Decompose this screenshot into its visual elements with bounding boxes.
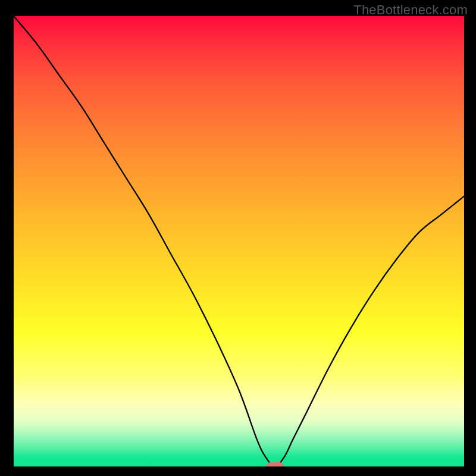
bottleneck-curve	[14, 16, 464, 466]
chart-frame: TheBottleneck.com	[0, 0, 476, 476]
watermark-text: TheBottleneck.com	[353, 2, 468, 18]
plot-area	[14, 16, 464, 466]
optimum-marker	[266, 462, 284, 466]
